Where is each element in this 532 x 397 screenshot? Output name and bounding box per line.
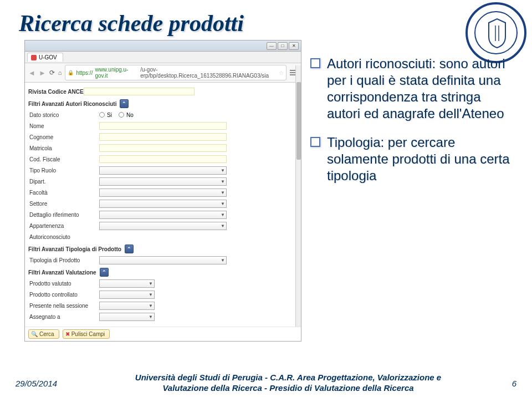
- label-autoriconosciuto: Autoriconosciuto: [28, 234, 99, 240]
- label-assegnato: Assegnato a: [28, 314, 99, 320]
- label-appartenenza: Appartenenza: [28, 223, 99, 229]
- bullet-item: Tipologia: per cercare solamente prodott…: [310, 134, 515, 184]
- input-nome[interactable]: [99, 122, 227, 130]
- slide-title: Ricerca schede prodotti: [0, 0, 532, 37]
- forward-icon[interactable]: ►: [39, 69, 46, 77]
- select-facolta[interactable]: ▼: [99, 189, 227, 197]
- select-controllato[interactable]: ▼: [99, 291, 155, 299]
- select-dipart[interactable]: ▼: [99, 177, 227, 186]
- bullet-item: Autori riconosciuti: sono autori per i q…: [310, 55, 515, 122]
- reload-icon[interactable]: ⟳: [49, 69, 55, 77]
- label-dipart: Dipart.: [28, 179, 99, 185]
- lock-icon: 🔒: [68, 70, 74, 75]
- close-button[interactable]: ✕: [289, 42, 299, 50]
- back-icon[interactable]: ◄: [28, 69, 35, 77]
- url-host: www.unipg.u-gov.it: [95, 67, 138, 79]
- collapse-button[interactable]: ⌃: [120, 99, 129, 108]
- minimize-button[interactable]: —: [267, 42, 277, 50]
- scroll-thumb[interactable]: [296, 82, 301, 160]
- section-valutazione: Filtri Avanzati Valutazione: [28, 269, 96, 276]
- search-icon: 🔍: [31, 331, 38, 337]
- search-form: Rivista Codice ANCE Filtri Avanzati Auto…: [25, 83, 301, 324]
- footer: 29/05/2014 Università degli Studi di Per…: [0, 369, 532, 397]
- browser-tab[interactable]: U-GOV: [27, 53, 63, 62]
- label-codfiscale: Cod. Fiscale: [28, 156, 99, 162]
- bullet-square-icon: [310, 58, 320, 68]
- select-valutato[interactable]: ▼: [99, 279, 155, 288]
- section-rivista: Rivista Codice ANCE: [28, 89, 84, 95]
- url-path: /u-gov-erp/bp/desktop.Ricerca_1613528896…: [140, 67, 277, 79]
- select-dettaglio[interactable]: ▼: [99, 211, 227, 219]
- radio-si[interactable]: [99, 112, 105, 118]
- button-row: 🔍Cerca ✖Pulisci Campi: [25, 327, 301, 341]
- address-bar[interactable]: 🔒 https://www.unipg.u-gov.it/u-gov-erp/b…: [65, 65, 287, 80]
- label-nome: Nome: [28, 123, 99, 129]
- label-dato-storico: Dato storico: [28, 112, 99, 118]
- collapse-button-3[interactable]: ⌃: [100, 268, 109, 277]
- university-seal: [466, 2, 526, 63]
- input-cognome[interactable]: [99, 133, 227, 141]
- favicon-icon: [31, 55, 37, 60]
- radio-no[interactable]: [119, 112, 124, 118]
- collapse-button-2[interactable]: ⌃: [125, 245, 134, 253]
- input-matricola[interactable]: [99, 144, 227, 152]
- select-tiporuolo[interactable]: ▼: [99, 166, 227, 175]
- label-presente: Presente nella sessione: [28, 303, 99, 309]
- window-titlebar: — □ ✕: [25, 40, 301, 52]
- input-codice-ance[interactable]: [84, 88, 195, 95]
- address-bar-row: ◄ ► ⟳ ⌂ 🔒 https://www.unipg.u-gov.it/u-g…: [25, 63, 301, 83]
- section-autori: Filtri Avanzati Autori Riconosciuti: [28, 101, 116, 107]
- label-si: Si: [107, 112, 112, 118]
- select-presente[interactable]: ▼: [99, 302, 155, 310]
- label-dettaglio: Dettaglio riferimento: [28, 212, 99, 218]
- bullet-text: Tipologia: per cercare solamente prodott…: [327, 134, 515, 184]
- pulisci-button[interactable]: ✖Pulisci Campi: [63, 329, 110, 339]
- select-appartenenza[interactable]: ▼: [99, 222, 227, 230]
- section-tipologia: Filtri Avanzati Tipologia di Prodotto: [28, 246, 121, 252]
- label-controllato: Prodotto controllato: [28, 292, 99, 298]
- footer-line1: Università degli Studi di Perugia - C.A.…: [82, 373, 494, 383]
- select-tipologia[interactable]: ▼: [99, 256, 227, 264]
- bullet-text: Autori riconosciuti: sono autori per i q…: [327, 55, 515, 122]
- bookmark-star-icon[interactable]: ☆: [279, 70, 284, 76]
- tab-label: U-GOV: [39, 54, 57, 60]
- browser-window: — □ ✕ U-GOV ◄ ► ⟳ ⌂ 🔒 https://www.unipg.…: [24, 40, 301, 342]
- label-no: No: [126, 112, 134, 118]
- maximize-button[interactable]: □: [278, 42, 288, 50]
- label-matricola: Matricola: [28, 145, 99, 151]
- pulisci-label: Pulisci Campi: [71, 331, 105, 337]
- scrollbar[interactable]: [295, 65, 301, 327]
- select-assegnato[interactable]: ▼: [99, 313, 155, 321]
- input-codfiscale[interactable]: [99, 155, 227, 163]
- label-tiporuolo: Tipo Ruolo: [28, 167, 99, 174]
- bullet-list: Autori riconosciuti: sono autori per i q…: [310, 55, 515, 196]
- footer-center: Università degli Studi di Perugia - C.A.…: [82, 373, 494, 394]
- clear-icon: ✖: [65, 331, 70, 337]
- label-tipologia: Tipologia di Prodotto: [28, 257, 99, 263]
- browser-tabs: U-GOV: [25, 52, 301, 63]
- url-scheme: https://: [76, 70, 93, 76]
- cerca-button[interactable]: 🔍Cerca: [28, 329, 59, 339]
- label-cognome: Cognome: [28, 134, 99, 140]
- footer-line2: Valutazione della Ricerca - Presidio di …: [82, 383, 494, 394]
- footer-date: 29/05/2014: [16, 379, 82, 388]
- label-settore: Settore: [28, 201, 99, 207]
- cerca-label: Cerca: [39, 331, 54, 337]
- footer-page: 6: [494, 379, 516, 388]
- home-icon[interactable]: ⌂: [58, 69, 62, 76]
- label-facolta: Facoltà: [28, 190, 99, 196]
- seal-crest-icon: [478, 14, 516, 53]
- select-settore[interactable]: ▼: [99, 200, 227, 208]
- bullet-square-icon: [310, 137, 320, 147]
- label-valutato: Prodotto valutato: [28, 281, 99, 287]
